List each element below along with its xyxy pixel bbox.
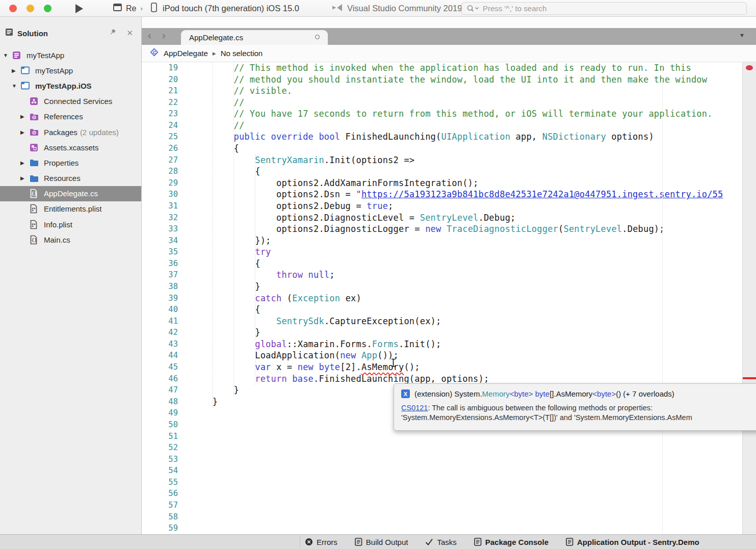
disclosure-right-icon[interactable]: ▶	[20, 175, 30, 181]
line-number[interactable]: 43	[142, 338, 178, 350]
navigate-back-button[interactable]: ‹	[148, 30, 151, 41]
code-line[interactable]: 19 // This method is invoked when the ap…	[142, 62, 756, 74]
line-number[interactable]: 47	[142, 384, 178, 396]
line-number[interactable]: 40	[142, 304, 178, 316]
code-line[interactable]: 36 {	[142, 258, 756, 270]
line-number[interactable]: 41	[142, 316, 178, 327]
code-line[interactable]: 21 // visible.	[142, 85, 756, 97]
code-line[interactable]: 46 return base.FinishedLaunching(app, op…	[142, 373, 756, 385]
navigate-forward-button[interactable]: ›	[162, 30, 166, 41]
run-button[interactable]	[75, 4, 83, 13]
line-number[interactable]: 36	[142, 258, 178, 270]
line-number[interactable]: 48	[142, 396, 178, 408]
code-line[interactable]: 57	[142, 500, 756, 511]
code-line[interactable]: 26 {	[142, 143, 756, 154]
line-number[interactable]: 54	[142, 465, 178, 477]
code-line[interactable]: 22 //	[142, 97, 756, 109]
sidebar-item-mytestapp[interactable]: ▶myTestApp	[0, 63, 141, 78]
sidebar-item-appdelegate-cs[interactable]: {}AppDelegate.cs	[0, 186, 141, 201]
code-line[interactable]: 42 }	[142, 327, 756, 338]
code-line[interactable]: 27 SentryXamarin.Init(options2 =>	[142, 154, 756, 166]
tab-appdelegate[interactable]: AppDelegate.cs	[181, 30, 328, 45]
code-line[interactable]: 51	[142, 431, 756, 442]
code-line[interactable]: 58	[142, 511, 756, 523]
sidebar-item-mytestapp-ios[interactable]: ▼myTestApp.iOS	[0, 78, 141, 93]
search-input[interactable]	[483, 4, 727, 13]
code-line[interactable]: 56	[142, 488, 756, 500]
sidebar-item-properties[interactable]: ▶Properties	[0, 155, 141, 170]
sidebar-item-assets-xcassets[interactable]: Assets.xcassets	[0, 140, 141, 155]
line-number[interactable]: 57	[142, 500, 178, 511]
line-number[interactable]: 49	[142, 407, 178, 419]
breadcrumb-selection[interactable]: No selection	[221, 49, 263, 58]
code-line[interactable]: 52	[142, 442, 756, 454]
tab-list-dropdown-icon[interactable]: ▼	[739, 32, 745, 38]
code-line[interactable]: 41 SentrySdk.CaptureException(ex);	[142, 316, 756, 327]
line-number[interactable]: 30	[142, 189, 178, 200]
sidebar-item-connected-services[interactable]: Connected Services	[0, 94, 141, 109]
device-selector[interactable]: iPod touch (7th generation) iOS 15.0	[151, 0, 299, 17]
line-number[interactable]: 26	[142, 143, 178, 154]
error-code-link[interactable]: CS0121	[401, 404, 428, 412]
code-line[interactable]: 30 options2.Dsn = "https://5a193123a9b84…	[142, 189, 756, 200]
line-number[interactable]: 52	[142, 442, 178, 454]
line-number[interactable]: 25	[142, 131, 178, 143]
line-number[interactable]: 34	[142, 235, 178, 247]
line-number[interactable]: 33	[142, 223, 178, 235]
line-number[interactable]: 28	[142, 166, 178, 177]
code-line[interactable]: 28 {	[142, 166, 756, 177]
code-line[interactable]: 20 // method you should instantiate the …	[142, 74, 756, 86]
line-number[interactable]: 51	[142, 431, 178, 442]
disclosure-right-icon[interactable]: ▶	[20, 129, 30, 135]
code-line[interactable]: 25 public override bool FinishedLaunchin…	[142, 131, 756, 143]
bottom-pad-tasks[interactable]: Tasks	[425, 538, 456, 546]
code-line[interactable]: 43 global::Xamarin.Forms.Forms.Init();	[142, 338, 756, 350]
code-line[interactable]: 53	[142, 454, 756, 465]
line-number[interactable]: 37	[142, 269, 178, 281]
line-number[interactable]: 29	[142, 177, 178, 189]
code-line[interactable]: 31 options2.Debug = true;	[142, 200, 756, 212]
code-line[interactable]: 23 // You have 17 seconds to return from…	[142, 108, 756, 120]
line-number[interactable]: 39	[142, 293, 178, 304]
code-line[interactable]: 39 catch (Exception ex)	[142, 293, 756, 304]
line-number[interactable]: 59	[142, 522, 178, 534]
line-number[interactable]: 23	[142, 108, 178, 120]
line-number[interactable]: 32	[142, 212, 178, 224]
sidebar-item-entitlements-plist[interactable]: Entitlements.plist	[0, 201, 141, 217]
line-number[interactable]: 44	[142, 350, 178, 361]
bottom-pad-package-console[interactable]: Package Console	[474, 538, 549, 546]
traffic-light-minimize-button[interactable]	[27, 5, 34, 12]
disclosure-down-icon[interactable]: ▼	[3, 53, 12, 58]
line-number[interactable]: 38	[142, 281, 178, 293]
scrollbar-marker-strip[interactable]	[742, 62, 756, 534]
sidebar-item-references[interactable]: ▶References	[0, 109, 141, 124]
code-editor[interactable]: 19 // This method is invoked when the ap…	[142, 62, 756, 534]
code-line[interactable]: 29 options2.AddXamarinFormsIntegration()…	[142, 177, 756, 189]
traffic-light-close-button[interactable]	[9, 5, 17, 12]
bottom-pad-application-output-sentry-demo[interactable]: Application Output - Sentry.Demo	[566, 538, 699, 546]
line-number[interactable]: 42	[142, 327, 178, 338]
sidebar-item-mytestapp[interactable]: ▼myTestApp	[0, 47, 141, 63]
code-line[interactable]: 37 throw null;	[142, 269, 756, 281]
line-number[interactable]: 19	[142, 62, 178, 74]
code-line[interactable]: 54	[142, 465, 756, 477]
close-icon[interactable]: ✕	[126, 29, 133, 38]
code-line[interactable]: 40 {	[142, 304, 756, 316]
code-line[interactable]: 33 options2.DiagnosticLogger = new Trace…	[142, 223, 756, 235]
bottom-pad-build-output[interactable]: Build Output	[355, 538, 408, 546]
line-number[interactable]: 50	[142, 419, 178, 431]
code-line[interactable]: 35 try	[142, 246, 756, 258]
line-number[interactable]: 46	[142, 373, 178, 385]
line-number[interactable]: 35	[142, 246, 178, 258]
global-search-box[interactable]	[461, 2, 747, 15]
sidebar-item-main-cs[interactable]: {}Main.cs	[0, 232, 141, 247]
code-line[interactable]: 44 LoadApplication(new App());	[142, 350, 756, 361]
line-number[interactable]: 24	[142, 120, 178, 132]
pin-icon[interactable]	[109, 29, 116, 38]
code-line[interactable]: 24 //	[142, 120, 756, 132]
code-line[interactable]: 59	[142, 522, 756, 534]
code-line[interactable]: 55	[142, 477, 756, 488]
line-number[interactable]: 27	[142, 154, 178, 166]
traffic-light-maximize-button[interactable]	[44, 5, 51, 12]
code-line[interactable]: 34 });	[142, 235, 756, 247]
